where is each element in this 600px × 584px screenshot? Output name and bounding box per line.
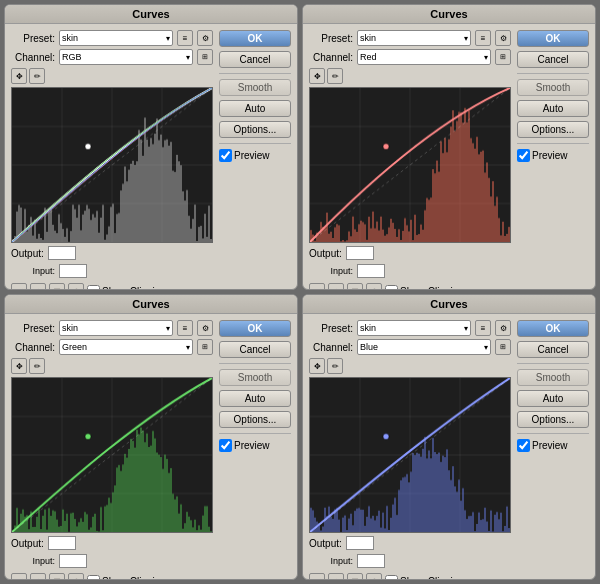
channel-icon[interactable]: ⊞ — [197, 339, 213, 355]
cancel-button[interactable]: Cancel — [517, 51, 589, 68]
sample-shadow-icon[interactable]: ◢ — [11, 573, 27, 580]
smooth-button[interactable]: Smooth — [219, 369, 291, 386]
bottom-tools: ◢ ◆ ◤ ◎ Show Clipping — [309, 573, 511, 580]
preset-select[interactable]: skin — [59, 30, 173, 46]
smooth-button[interactable]: Smooth — [219, 79, 291, 96]
ok-button[interactable]: OK — [517, 320, 589, 337]
preset-label: Preset: — [309, 323, 353, 334]
cancel-button[interactable]: Cancel — [219, 51, 291, 68]
output-value[interactable] — [346, 536, 374, 550]
smooth-button[interactable]: Smooth — [517, 369, 589, 386]
auto-button[interactable]: Auto — [517, 100, 589, 117]
channel-select[interactable]: Red — [357, 49, 491, 65]
auto-button[interactable]: Auto — [517, 390, 589, 407]
cancel-button[interactable]: Cancel — [219, 341, 291, 358]
input-value[interactable] — [357, 264, 385, 278]
preset-settings-icon[interactable]: ⚙ — [197, 30, 213, 46]
graph-area — [309, 377, 511, 533]
pencil-tool-icon[interactable]: ✏ — [327, 358, 343, 374]
auto-button[interactable]: Auto — [219, 390, 291, 407]
target-icon[interactable]: ◎ — [366, 573, 382, 580]
show-clipping-checkbox[interactable] — [385, 575, 398, 581]
hand-tool-icon[interactable]: ✥ — [11, 68, 27, 84]
channel-select[interactable]: Blue — [357, 339, 491, 355]
show-clipping-label[interactable]: Show Clipping — [87, 575, 166, 581]
preset-menu-icon[interactable]: ≡ — [177, 320, 193, 336]
sample-shadow-icon[interactable]: ◢ — [11, 283, 27, 290]
ok-button[interactable]: OK — [219, 320, 291, 337]
preview-label[interactable]: Preview — [219, 149, 291, 162]
sample-shadow-icon[interactable]: ◢ — [309, 573, 325, 580]
options-button[interactable]: Options... — [219, 121, 291, 138]
hand-tool-icon[interactable]: ✥ — [11, 358, 27, 374]
pencil-tool-icon[interactable]: ✏ — [29, 358, 45, 374]
sample-mid-icon[interactable]: ◆ — [30, 573, 46, 580]
graph-tools: ✥ ✏ — [11, 358, 213, 374]
input-value[interactable] — [59, 554, 87, 568]
preview-checkbox[interactable] — [517, 439, 530, 452]
channel-icon[interactable]: ⊞ — [197, 49, 213, 65]
preview-label[interactable]: Preview — [517, 149, 589, 162]
target-icon[interactable]: ◎ — [366, 283, 382, 290]
output-value[interactable] — [48, 536, 76, 550]
options-button[interactable]: Options... — [517, 411, 589, 428]
show-clipping-label[interactable]: Show Clipping — [385, 575, 464, 581]
output-value[interactable] — [346, 246, 374, 260]
output-label: Output: — [309, 248, 342, 259]
preview-label[interactable]: Preview — [219, 439, 291, 452]
sample-shadow-icon[interactable]: ◢ — [309, 283, 325, 290]
preview-checkbox[interactable] — [219, 149, 232, 162]
smooth-button[interactable]: Smooth — [517, 79, 589, 96]
channel-label: Channel: — [11, 342, 55, 353]
pencil-tool-icon[interactable]: ✏ — [29, 68, 45, 84]
sample-mid-icon[interactable]: ◆ — [328, 283, 344, 290]
preview-checkbox[interactable] — [219, 439, 232, 452]
show-clipping-checkbox[interactable] — [87, 285, 100, 291]
sample-highlight-icon[interactable]: ◤ — [347, 573, 363, 580]
graph-canvas — [310, 88, 510, 242]
sample-mid-icon[interactable]: ◆ — [328, 573, 344, 580]
sample-mid-icon[interactable]: ◆ — [30, 283, 46, 290]
options-button[interactable]: Options... — [219, 411, 291, 428]
preset-menu-icon[interactable]: ≡ — [177, 30, 193, 46]
cancel-button[interactable]: Cancel — [517, 341, 589, 358]
graph-tools: ✥ ✏ — [309, 68, 511, 84]
preset-select[interactable]: skin — [357, 320, 471, 336]
preset-select[interactable]: skin — [357, 30, 471, 46]
preset-select[interactable]: skin — [59, 320, 173, 336]
show-clipping-checkbox[interactable] — [87, 575, 100, 581]
auto-button[interactable]: Auto — [219, 100, 291, 117]
ok-button[interactable]: OK — [219, 30, 291, 47]
hand-tool-icon[interactable]: ✥ — [309, 68, 325, 84]
preset-menu-icon[interactable]: ≡ — [475, 30, 491, 46]
channel-select[interactable]: RGB — [59, 49, 193, 65]
preview-label[interactable]: Preview — [517, 439, 589, 452]
channel-icon[interactable]: ⊞ — [495, 49, 511, 65]
channel-select[interactable]: Green — [59, 339, 193, 355]
options-button[interactable]: Options... — [517, 121, 589, 138]
input-value[interactable] — [357, 554, 385, 568]
preset-menu-icon[interactable]: ≡ — [475, 320, 491, 336]
preset-settings-icon[interactable]: ⚙ — [495, 320, 511, 336]
hand-tool-icon[interactable]: ✥ — [309, 358, 325, 374]
preview-checkbox[interactable] — [517, 149, 530, 162]
show-clipping-label[interactable]: Show Clipping — [385, 285, 464, 291]
preset-settings-icon[interactable]: ⚙ — [495, 30, 511, 46]
bottom-tools: ◢ ◆ ◤ ◎ Show Clipping — [11, 573, 213, 580]
pencil-tool-icon[interactable]: ✏ — [327, 68, 343, 84]
curves-dialog-green: Curves Preset: skin ≡ ⚙ Channel: Green ⊞… — [4, 294, 298, 580]
output-value[interactable] — [48, 246, 76, 260]
show-clipping-label[interactable]: Show Clipping — [87, 285, 166, 291]
ok-button[interactable]: OK — [517, 30, 589, 47]
show-clipping-checkbox[interactable] — [385, 285, 398, 291]
input-value[interactable] — [59, 264, 87, 278]
channel-label: Channel: — [11, 52, 55, 63]
output-label: Output: — [11, 248, 44, 259]
target-icon[interactable]: ◎ — [68, 283, 84, 290]
sample-highlight-icon[interactable]: ◤ — [347, 283, 363, 290]
preset-settings-icon[interactable]: ⚙ — [197, 320, 213, 336]
sample-highlight-icon[interactable]: ◤ — [49, 573, 65, 580]
target-icon[interactable]: ◎ — [68, 573, 84, 580]
channel-icon[interactable]: ⊞ — [495, 339, 511, 355]
sample-highlight-icon[interactable]: ◤ — [49, 283, 65, 290]
